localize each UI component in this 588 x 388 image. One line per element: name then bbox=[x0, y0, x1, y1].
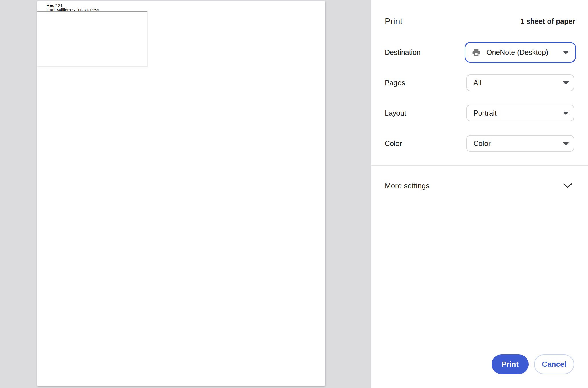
printer-icon bbox=[472, 48, 481, 57]
settings-divider bbox=[371, 165, 588, 166]
layout-value: Portrait bbox=[473, 109, 559, 117]
document-header-line1: Req# 21 bbox=[47, 3, 99, 8]
more-settings-toggle[interactable]: More settings bbox=[371, 178, 588, 193]
color-select[interactable]: Color bbox=[466, 135, 574, 152]
pages-select[interactable]: All bbox=[466, 74, 574, 91]
cancel-button[interactable]: Cancel bbox=[534, 354, 574, 374]
destination-label: Destination bbox=[385, 44, 462, 61]
panel-header: Print 1 sheet of paper bbox=[385, 15, 575, 28]
sheet-count: 1 sheet of paper bbox=[520, 17, 575, 26]
pages-value: All bbox=[473, 79, 559, 87]
print-button[interactable]: Print bbox=[492, 354, 529, 374]
print-dialog-title: Print bbox=[385, 16, 403, 26]
destination-select[interactable]: OneNote (Desktop) bbox=[466, 44, 574, 61]
more-settings-label: More settings bbox=[385, 178, 430, 193]
caret-down-icon bbox=[563, 112, 569, 115]
color-label: Color bbox=[385, 135, 462, 152]
pages-label: Pages bbox=[385, 74, 462, 91]
print-preview-area: Req# 21 Hart, William S. 11-30-1954 bbox=[0, 0, 371, 388]
caret-down-icon bbox=[563, 81, 569, 85]
print-settings-panel: Print 1 sheet of paper Destination OneNo… bbox=[371, 0, 588, 388]
caret-down-icon bbox=[563, 51, 569, 54]
caret-down-icon bbox=[563, 142, 569, 145]
color-value: Color bbox=[473, 139, 559, 148]
chevron-down-icon bbox=[563, 183, 572, 189]
layout-select[interactable]: Portrait bbox=[466, 105, 574, 121]
document-content-box bbox=[37, 11, 148, 67]
destination-value: OneNote (Desktop) bbox=[486, 48, 559, 57]
page-preview: Req# 21 Hart, William S. 11-30-1954 bbox=[37, 1, 325, 386]
layout-label: Layout bbox=[385, 105, 462, 121]
